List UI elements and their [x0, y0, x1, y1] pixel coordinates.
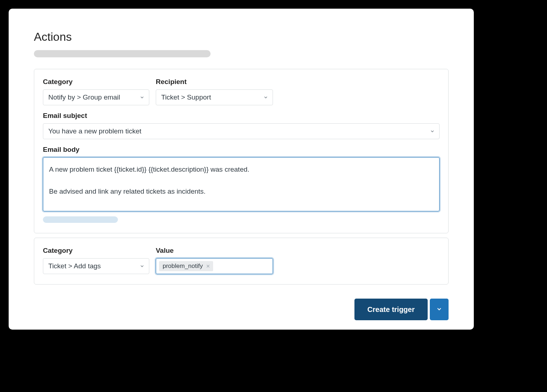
close-icon[interactable]	[206, 264, 210, 268]
chevron-down-icon	[263, 95, 268, 100]
chevron-down-icon	[436, 306, 442, 313]
category-label: Category	[43, 78, 149, 86]
recipient-select-value: Ticket > Support	[161, 93, 211, 101]
chevron-down-icon	[140, 95, 145, 100]
chevron-down-icon	[140, 264, 145, 269]
category-select-value: Notify by > Group email	[48, 93, 120, 101]
category-select-2[interactable]: Ticket > Add tags	[43, 258, 149, 274]
tags-input[interactable]: problem_notify	[156, 258, 273, 274]
action-card-tags: Category Ticket > Add tags Value problem…	[34, 238, 449, 285]
chevron-down-icon	[430, 129, 435, 134]
tag-chip[interactable]: problem_notify	[159, 261, 213, 271]
recipient-select[interactable]: Ticket > Support	[156, 89, 273, 105]
section-title: Actions	[34, 30, 449, 44]
helper-placeholder-bar	[43, 216, 118, 223]
description-placeholder-bar	[34, 50, 211, 57]
category-select-2-value: Ticket > Add tags	[48, 262, 101, 270]
recipient-label: Recipient	[156, 78, 273, 86]
create-trigger-button[interactable]: Create trigger	[354, 299, 428, 320]
email-subject-input[interactable]: You have a new problem ticket	[43, 123, 440, 139]
tag-chip-label: problem_notify	[163, 263, 203, 270]
value-label: Value	[156, 247, 273, 255]
action-card-notify: Category Notify by > Group email Recipie…	[34, 69, 449, 233]
email-body-textarea[interactable]: A new problem ticket {{ticket.id}} {{tic…	[43, 157, 440, 211]
email-body-label: Email body	[43, 146, 440, 154]
actions-panel: Actions Category Notify by > Group email…	[9, 9, 474, 330]
email-subject-label: Email subject	[43, 112, 440, 120]
create-trigger-split-button[interactable]	[430, 299, 449, 320]
email-subject-value: You have a new problem ticket	[48, 127, 141, 135]
category-label-2: Category	[43, 247, 149, 255]
category-select[interactable]: Notify by > Group email	[43, 89, 149, 105]
